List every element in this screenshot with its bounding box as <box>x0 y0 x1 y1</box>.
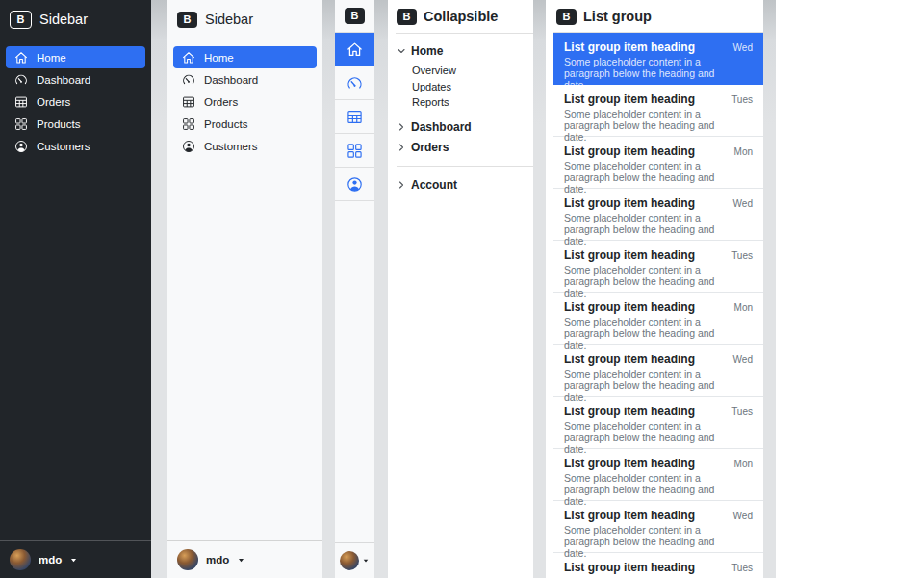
sidebar-item-orders[interactable]: Orders <box>173 91 317 113</box>
user-dropdown[interactable]: mdo <box>0 540 151 578</box>
light-sidebar: B Sidebar Home Dashboard Orders Products <box>167 0 322 578</box>
list-group: List group item heading Wed Some placeho… <box>553 33 763 578</box>
sidebar-item-home[interactable]: Home <box>173 46 317 68</box>
list-group-panel: B List group List group item heading Wed… <box>546 0 763 578</box>
sidebar-item-home[interactable]: Home <box>6 46 145 68</box>
house-icon <box>182 51 195 65</box>
list-item[interactable]: List group item heading Wed Some placeho… <box>553 345 763 397</box>
bootstrap-logo-icon: B <box>177 12 197 28</box>
list-item-heading: List group item heading <box>564 561 695 574</box>
list-item[interactable]: List group item heading Mon Some placeho… <box>553 449 763 501</box>
avatar <box>340 551 359 570</box>
list-item[interactable]: List group item heading Mon Some placeho… <box>553 293 763 345</box>
house-icon <box>346 41 363 58</box>
list-item-heading: List group item heading <box>564 353 695 366</box>
list-item[interactable]: List group item heading Tues Some placeh… <box>553 85 763 137</box>
list-item-date: Tues <box>732 407 753 417</box>
sidebar-item-label: Customers <box>204 141 258 152</box>
dark-sidebar-brand[interactable]: B Sidebar <box>0 0 151 39</box>
tree-child-updates[interactable]: Updates <box>412 79 533 95</box>
avatar <box>177 549 198 570</box>
username: mdo <box>38 554 62 565</box>
list-item-date: Tues <box>732 563 753 573</box>
tree-section-home[interactable]: Home <box>397 41 533 61</box>
example-divider <box>374 0 388 578</box>
user-dropdown[interactable]: mdo <box>167 540 322 578</box>
icon-rail-sidebar: B <box>335 0 374 578</box>
list-item-heading: List group item heading <box>564 249 695 262</box>
rail-item-home[interactable] <box>335 33 374 66</box>
sidebar-item-dashboard[interactable]: Dashboard <box>173 68 317 91</box>
tree-section-account[interactable]: Account <box>397 175 533 195</box>
brand-title: List group <box>583 9 652 24</box>
tree-section-dashboard[interactable]: Dashboard <box>397 118 533 137</box>
caret-down-icon <box>362 557 370 565</box>
person-circle-icon <box>346 176 363 193</box>
sidebar-item-dashboard[interactable]: Dashboard <box>6 68 145 91</box>
sidebar-item-label: Home <box>37 52 66 64</box>
list-item-heading: List group item heading <box>564 197 695 210</box>
collapsible-tree: Home Overview Updates Reports Dashboard … <box>388 34 533 195</box>
house-icon <box>14 51 28 65</box>
dark-sidebar-nav: Home Dashboard Orders Products Customers <box>0 39 151 164</box>
brand-title: Sidebar <box>205 12 253 27</box>
rail-item-dashboard[interactable] <box>335 66 374 100</box>
sidebar-item-label: Dashboard <box>204 74 258 86</box>
sidebar-item-products[interactable]: Products <box>6 113 145 135</box>
sidebar-item-label: Orders <box>37 96 70 108</box>
list-item[interactable]: List group item heading Tues Some placeh… <box>553 241 763 293</box>
list-item[interactable]: List group item heading Mon Some placeho… <box>553 137 763 189</box>
example-divider <box>322 0 335 578</box>
list-item-heading: List group item heading <box>564 405 695 418</box>
example-divider <box>151 0 167 578</box>
bootstrap-logo-icon: B <box>397 9 417 25</box>
collapsible-sidebar: B Collapsible Home Overview Updates Repo… <box>388 0 533 578</box>
bootstrap-sidebars-examples-page: B Sidebar Home Dashboard Orders Products <box>0 0 924 578</box>
rail-brand[interactable]: B <box>335 0 374 33</box>
brand-title: Collapsible <box>424 9 498 24</box>
collapsible-brand[interactable]: B Collapsible <box>396 0 533 34</box>
light-sidebar-nav: Home Dashboard Orders Products Customers <box>167 39 322 164</box>
example-divider <box>763 0 776 578</box>
list-item-date: Wed <box>733 198 753 209</box>
table-icon <box>346 109 363 125</box>
light-sidebar-brand[interactable]: B Sidebar <box>167 0 322 39</box>
chevron-down-icon <box>397 46 406 56</box>
example-divider <box>533 0 546 578</box>
list-item-heading: List group item heading <box>564 457 695 470</box>
user-dropdown[interactable] <box>335 542 374 578</box>
rail-item-customers[interactable] <box>335 168 374 201</box>
sidebar-item-customers[interactable]: Customers <box>173 135 317 157</box>
tree-child-reports[interactable]: Reports <box>412 94 533 111</box>
list-item-heading: List group item heading <box>564 144 695 158</box>
sidebar-item-label: Home <box>204 52 234 64</box>
sidebar-item-label: Dashboard <box>37 74 90 86</box>
chevron-right-icon <box>397 180 406 190</box>
grid-icon <box>14 118 28 131</box>
list-item[interactable]: List group item heading Tues Some placeh… <box>553 397 763 449</box>
list-item-date: Wed <box>733 355 753 365</box>
tree-section-label: Orders <box>411 141 449 154</box>
sidebar-item-label: Products <box>204 118 247 130</box>
dark-sidebar: B Sidebar Home Dashboard Orders Products <box>0 0 151 578</box>
tree-section-label: Dashboard <box>411 120 472 134</box>
rail-item-products[interactable] <box>335 134 374 168</box>
sidebar-item-products[interactable]: Products <box>173 113 317 135</box>
tree-child-overview[interactable]: Overview <box>412 63 533 79</box>
sidebar-item-orders[interactable]: Orders <box>6 91 145 113</box>
tree-section-label: Account <box>411 178 457 192</box>
chevron-right-icon <box>397 122 406 132</box>
list-item[interactable]: List group item heading Wed Some placeho… <box>553 501 763 553</box>
tree-section-orders[interactable]: Orders <box>397 138 533 157</box>
speedometer-icon <box>14 73 28 87</box>
rail-item-orders[interactable] <box>335 100 374 134</box>
divider <box>397 166 533 167</box>
list-item[interactable]: List group item heading Wed Some placeho… <box>553 33 763 85</box>
list-group-brand[interactable]: B List group <box>546 0 763 33</box>
tree-section-label: Home <box>411 44 443 58</box>
table-icon <box>14 95 28 109</box>
sidebar-item-customers[interactable]: Customers <box>6 135 145 157</box>
table-icon <box>182 95 195 109</box>
avatar <box>10 549 31 570</box>
list-item[interactable]: List group item heading Wed Some placeho… <box>553 189 763 241</box>
